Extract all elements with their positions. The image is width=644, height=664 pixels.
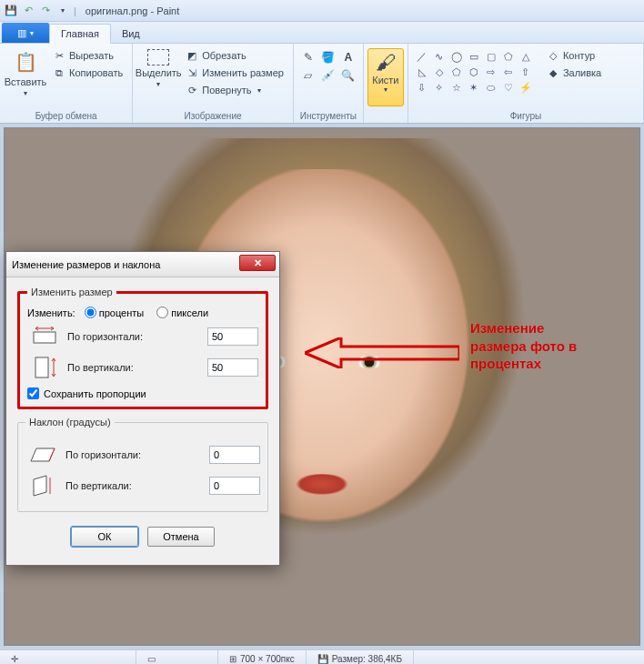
shape-roundrect-icon[interactable]: ▢ <box>483 49 499 64</box>
resize-vert-input[interactable] <box>207 358 258 377</box>
brushes-button[interactable]: 🖌 Кисти ▾ <box>367 48 404 106</box>
radio-pixels-input[interactable] <box>156 307 168 318</box>
paste-label: Вставить <box>5 76 47 87</box>
shape-arrowr-icon[interactable]: ⇨ <box>483 65 499 79</box>
title-bar: 💾 ↶ ↷ ▾ | оригинал.png - Paint <box>0 0 644 22</box>
close-button[interactable]: ✕ <box>239 255 276 271</box>
rotate-icon: ⟳ <box>186 85 198 96</box>
resize-vert-icon <box>27 355 62 380</box>
shape-star5-icon[interactable]: ☆ <box>448 80 465 95</box>
status-dimensions: ⊞700 × 700пкс <box>218 650 307 664</box>
group-clipboard: 📋 Вставить ▾ ✂Вырезать ⧉Копировать Буфер… <box>0 44 133 123</box>
chevron-down-icon: ▾ <box>24 89 27 97</box>
group-label-brushes <box>367 109 404 123</box>
svg-rect-0 <box>34 332 55 343</box>
rotate-button[interactable]: ⟳Повернуть▾ <box>182 82 287 98</box>
cancel-button[interactable]: Отмена <box>147 527 215 547</box>
chevron-down-icon: ▾ <box>156 80 160 88</box>
skew-horiz-icon <box>25 442 60 468</box>
shape-star4-icon[interactable]: ✧ <box>431 80 448 95</box>
dialog-title: Изменение размеров и наклона <box>12 259 160 270</box>
skew-vert-input[interactable] <box>209 477 260 495</box>
group-label-shapes: Фигуры <box>414 109 638 123</box>
ribbon-tablist: ▥▾ Главная Вид <box>0 22 644 44</box>
tab-view[interactable]: Вид <box>111 25 151 43</box>
pencil-icon[interactable]: ✎ <box>299 49 317 65</box>
save-icon[interactable]: 💾 <box>4 4 18 18</box>
dialog-titlebar[interactable]: Изменение размеров и наклона ✕ <box>6 252 279 277</box>
shape-fill-button[interactable]: ◆Заливка <box>543 65 605 81</box>
undo-icon[interactable]: ↶ <box>21 4 35 18</box>
status-coords: ✛ <box>0 650 136 664</box>
picker-icon[interactable]: 💉 <box>319 67 337 84</box>
crop-button[interactable]: ◩Обрезать <box>182 47 287 64</box>
paste-button[interactable]: 📋 Вставить ▾ <box>5 45 45 109</box>
shape-line-icon[interactable]: ／ <box>414 49 430 64</box>
group-label-image: Изображение <box>138 109 287 123</box>
keep-ratio-label: Сохранить пропорции <box>44 388 146 399</box>
group-label-tools: Инструменты <box>299 109 357 123</box>
eraser-icon[interactable]: ▱ <box>299 67 317 84</box>
resize-icon: ⇲ <box>186 67 198 79</box>
shape-outline-button[interactable]: ◇Контур <box>543 47 605 64</box>
svg-rect-1 <box>35 357 48 377</box>
keep-ratio-checkbox[interactable] <box>27 387 39 399</box>
radio-percent[interactable]: проценты <box>85 307 145 318</box>
tools-grid: ✎ 🪣 A ▱ 💉 🔍 <box>299 45 357 109</box>
shape-polygon-icon[interactable]: ⬠ <box>500 49 517 64</box>
shape-pentagon-icon[interactable]: ⬠ <box>448 65 465 79</box>
text-icon[interactable]: A <box>339 49 357 65</box>
qat-dropdown-icon[interactable]: ▾ <box>55 4 70 18</box>
shape-arrowd-icon[interactable]: ⇩ <box>414 80 430 95</box>
shape-diamond-icon[interactable]: ◇ <box>431 65 448 79</box>
group-shapes: ／ ∿ ◯ ▭ ▢ ⬠ △ ◺ ◇ ⬠ ⬡ ⇨ ⇦ ⇧ ⇩ ✧ ☆ ✶ ⬭ ♡ <box>408 44 644 123</box>
shape-triangle-icon[interactable]: △ <box>518 49 534 64</box>
image-content <box>286 474 358 499</box>
brush-icon: 🖌 <box>376 51 396 75</box>
quick-access-toolbar: 💾 ↶ ↷ ▾ <box>4 4 70 18</box>
skew-horiz-input[interactable] <box>209 446 260 464</box>
shape-arrowl-icon[interactable]: ⇦ <box>500 65 517 79</box>
group-brushes: 🖌 Кисти ▾ <box>364 44 408 123</box>
chevron-down-icon: ▾ <box>30 29 34 37</box>
dimensions-icon: ⊞ <box>229 654 236 664</box>
shape-lightning-icon[interactable]: ⚡ <box>518 80 534 95</box>
resize-vert-label: По вертикали: <box>67 362 202 373</box>
radio-pixels[interactable]: пиксели <box>156 307 208 318</box>
copy-icon: ⧉ <box>53 67 65 79</box>
shape-curve-icon[interactable]: ∿ <box>431 49 448 64</box>
status-bar: ✛ ▭ ⊞700 × 700пкс 💾Размер: 386,4КБ <box>0 649 644 664</box>
skew-legend: Наклон (градусы) <box>25 417 115 428</box>
fill-shape-icon: ◆ <box>547 67 559 79</box>
tab-home[interactable]: Главная <box>49 24 111 44</box>
file-menu[interactable]: ▥▾ <box>2 23 49 43</box>
resize-legend: Изменить размер <box>27 287 116 297</box>
selection-icon: ▭ <box>147 654 156 664</box>
annotation-text: Изменение размера фото в процентах <box>470 319 577 373</box>
ok-button[interactable]: ОК <box>71 527 138 547</box>
shape-rect-icon[interactable]: ▭ <box>466 49 482 64</box>
select-button[interactable]: Выделить ▾ <box>138 45 178 109</box>
shape-oval-icon[interactable]: ◯ <box>448 49 465 64</box>
resize-horiz-input[interactable] <box>207 327 258 346</box>
copy-button[interactable]: ⧉Копировать <box>49 65 126 81</box>
shape-heart-icon[interactable]: ♡ <box>500 80 517 95</box>
zoom-icon[interactable]: 🔍 <box>339 67 357 84</box>
crop-icon: ◩ <box>186 50 198 62</box>
window-title: оригинал.png - Paint <box>86 5 179 16</box>
shapes-gallery[interactable]: ／ ∿ ◯ ▭ ▢ ⬠ △ ◺ ◇ ⬠ ⬡ ⇨ ⇦ ⇧ ⇩ ✧ ☆ ✶ ⬭ ♡ <box>414 45 534 109</box>
resize-button[interactable]: ⇲Изменить размер <box>182 65 287 81</box>
redo-icon[interactable]: ↷ <box>38 4 53 18</box>
shape-star6-icon[interactable]: ✶ <box>466 80 482 95</box>
radio-percent-input[interactable] <box>85 307 96 318</box>
skew-fieldset: Наклон (градусы) По горизонтали: По верт… <box>17 417 268 512</box>
shape-hexagon-icon[interactable]: ⬡ <box>466 65 482 79</box>
skew-horiz-label: По горизонтали: <box>65 449 204 460</box>
shape-arrowu-icon[interactable]: ⇧ <box>518 65 534 79</box>
shape-callout-icon[interactable]: ⬭ <box>483 80 499 95</box>
cut-button[interactable]: ✂Вырезать <box>49 47 126 64</box>
status-filesize: 💾Размер: 386,4КБ <box>307 650 414 664</box>
shape-rtriangle-icon[interactable]: ◺ <box>414 65 430 79</box>
resize-horiz-label: По горизонтали: <box>67 331 202 342</box>
fill-icon[interactable]: 🪣 <box>319 49 337 65</box>
